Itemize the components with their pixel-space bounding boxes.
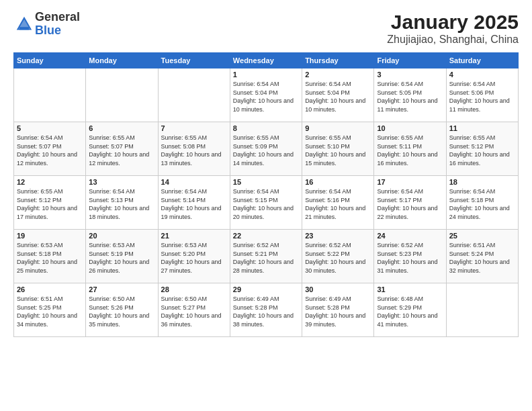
title-block: January 2025 Zhujiajiao, Shanghai, China	[387, 11, 519, 46]
header-row: Sunday Monday Tuesday Wednesday Thursday…	[14, 53, 519, 68]
calendar-cell: 16Sunrise: 6:54 AMSunset: 5:16 PMDayligh…	[302, 176, 374, 230]
day-number: 19	[17, 232, 83, 240]
day-info: Sunrise: 6:55 AMSunset: 5:08 PMDaylight:…	[161, 134, 227, 167]
calendar-cell: 18Sunrise: 6:54 AMSunset: 5:18 PMDayligh…	[446, 176, 518, 230]
day-info: Sunrise: 6:51 AMSunset: 5:25 PMDaylight:…	[17, 295, 83, 328]
logo-blue: Blue	[35, 24, 61, 37]
col-thursday: Thursday	[302, 53, 374, 68]
day-info: Sunrise: 6:55 AMSunset: 5:10 PMDaylight:…	[305, 134, 371, 167]
calendar-cell: 12Sunrise: 6:55 AMSunset: 5:12 PMDayligh…	[14, 176, 86, 230]
logo-text: General Blue	[35, 11, 80, 38]
day-number: 3	[377, 71, 443, 79]
day-number: 21	[161, 232, 227, 240]
calendar-cell: 21Sunrise: 6:53 AMSunset: 5:20 PMDayligh…	[158, 230, 230, 283]
calendar-cell: 25Sunrise: 6:51 AMSunset: 5:24 PMDayligh…	[446, 230, 518, 283]
calendar-cell: 11Sunrise: 6:55 AMSunset: 5:12 PMDayligh…	[446, 122, 518, 176]
day-info: Sunrise: 6:55 AMSunset: 5:07 PMDaylight:…	[89, 134, 154, 167]
day-info: Sunrise: 6:54 AMSunset: 5:04 PMDaylight:…	[233, 80, 299, 113]
calendar-week-3: 12Sunrise: 6:55 AMSunset: 5:12 PMDayligh…	[14, 176, 519, 230]
calendar-cell: 5Sunrise: 6:54 AMSunset: 5:07 PMDaylight…	[14, 122, 86, 176]
day-number: 22	[233, 232, 299, 240]
day-info: Sunrise: 6:55 AMSunset: 5:12 PMDaylight:…	[449, 134, 515, 167]
calendar-cell: 19Sunrise: 6:53 AMSunset: 5:18 PMDayligh…	[14, 230, 86, 283]
day-info: Sunrise: 6:52 AMSunset: 5:21 PMDaylight:…	[233, 241, 299, 275]
day-info: Sunrise: 6:54 AMSunset: 5:18 PMDaylight:…	[449, 187, 515, 221]
calendar-cell	[158, 68, 230, 122]
calendar-cell: 13Sunrise: 6:54 AMSunset: 5:13 PMDayligh…	[86, 176, 158, 230]
day-number: 8	[233, 124, 299, 132]
calendar-cell: 15Sunrise: 6:54 AMSunset: 5:15 PMDayligh…	[230, 176, 302, 230]
day-info: Sunrise: 6:54 AMSunset: 5:07 PMDaylight:…	[17, 134, 83, 167]
day-number: 18	[449, 178, 515, 186]
col-friday: Friday	[374, 53, 446, 68]
logo: General Blue	[13, 11, 80, 38]
calendar-week-1: 1Sunrise: 6:54 AMSunset: 5:04 PMDaylight…	[14, 68, 519, 122]
day-number: 27	[89, 285, 154, 293]
day-number: 10	[377, 124, 443, 132]
calendar-page: General Blue January 2025 Zhujiajiao, Sh…	[0, 0, 532, 411]
calendar-cell: 9Sunrise: 6:55 AMSunset: 5:10 PMDaylight…	[302, 122, 374, 176]
calendar-cell: 30Sunrise: 6:49 AMSunset: 5:28 PMDayligh…	[302, 283, 374, 337]
calendar-week-4: 19Sunrise: 6:53 AMSunset: 5:18 PMDayligh…	[14, 230, 519, 283]
day-info: Sunrise: 6:54 AMSunset: 5:05 PMDaylight:…	[377, 80, 443, 113]
calendar-cell: 26Sunrise: 6:51 AMSunset: 5:25 PMDayligh…	[14, 283, 86, 337]
day-number: 5	[17, 124, 83, 132]
header: General Blue January 2025 Zhujiajiao, Sh…	[13, 11, 519, 46]
day-number: 16	[305, 178, 371, 186]
day-number: 26	[17, 285, 83, 293]
day-number: 20	[89, 232, 154, 240]
col-sunday: Sunday	[14, 53, 86, 68]
day-info: Sunrise: 6:49 AMSunset: 5:28 PMDaylight:…	[233, 295, 299, 328]
col-tuesday: Tuesday	[158, 53, 230, 68]
calendar-cell: 23Sunrise: 6:52 AMSunset: 5:22 PMDayligh…	[302, 230, 374, 283]
calendar-subtitle: Zhujiajiao, Shanghai, China	[387, 34, 519, 46]
calendar-cell: 2Sunrise: 6:54 AMSunset: 5:04 PMDaylight…	[302, 68, 374, 122]
calendar-cell	[86, 68, 158, 122]
col-monday: Monday	[86, 53, 158, 68]
day-number: 9	[305, 124, 371, 132]
svg-rect-2	[19, 27, 29, 30]
calendar-cell: 6Sunrise: 6:55 AMSunset: 5:07 PMDaylight…	[86, 122, 158, 176]
calendar-cell: 7Sunrise: 6:55 AMSunset: 5:08 PMDaylight…	[158, 122, 230, 176]
day-number: 6	[89, 124, 154, 132]
calendar-cell: 24Sunrise: 6:52 AMSunset: 5:23 PMDayligh…	[374, 230, 446, 283]
day-info: Sunrise: 6:54 AMSunset: 5:15 PMDaylight:…	[233, 187, 299, 221]
calendar-cell: 14Sunrise: 6:54 AMSunset: 5:14 PMDayligh…	[158, 176, 230, 230]
day-info: Sunrise: 6:52 AMSunset: 5:22 PMDaylight:…	[305, 241, 371, 275]
calendar-week-2: 5Sunrise: 6:54 AMSunset: 5:07 PMDaylight…	[14, 122, 519, 176]
day-info: Sunrise: 6:54 AMSunset: 5:13 PMDaylight:…	[89, 187, 154, 221]
calendar-cell: 10Sunrise: 6:55 AMSunset: 5:11 PMDayligh…	[374, 122, 446, 176]
calendar-cell: 29Sunrise: 6:49 AMSunset: 5:28 PMDayligh…	[230, 283, 302, 337]
calendar-cell: 4Sunrise: 6:54 AMSunset: 5:06 PMDaylight…	[446, 68, 518, 122]
day-number: 1	[233, 71, 299, 79]
day-number: 24	[377, 232, 443, 240]
day-info: Sunrise: 6:49 AMSunset: 5:28 PMDaylight:…	[305, 295, 371, 328]
day-number: 14	[161, 178, 227, 186]
day-number: 29	[233, 285, 299, 293]
calendar-cell: 8Sunrise: 6:55 AMSunset: 5:09 PMDaylight…	[230, 122, 302, 176]
day-info: Sunrise: 6:54 AMSunset: 5:04 PMDaylight:…	[305, 80, 371, 113]
day-number: 17	[377, 178, 443, 186]
day-number: 30	[305, 285, 371, 293]
day-number: 2	[305, 71, 371, 79]
calendar-cell: 27Sunrise: 6:50 AMSunset: 5:26 PMDayligh…	[86, 283, 158, 337]
day-info: Sunrise: 6:48 AMSunset: 5:29 PMDaylight:…	[377, 295, 443, 328]
day-info: Sunrise: 6:54 AMSunset: 5:06 PMDaylight:…	[449, 80, 515, 113]
day-info: Sunrise: 6:54 AMSunset: 5:17 PMDaylight:…	[377, 187, 443, 221]
calendar-cell: 1Sunrise: 6:54 AMSunset: 5:04 PMDaylight…	[230, 68, 302, 122]
calendar-title: January 2025	[387, 11, 519, 34]
day-info: Sunrise: 6:55 AMSunset: 5:12 PMDaylight:…	[17, 187, 83, 221]
day-info: Sunrise: 6:54 AMSunset: 5:16 PMDaylight:…	[305, 187, 371, 221]
day-info: Sunrise: 6:53 AMSunset: 5:20 PMDaylight:…	[161, 241, 227, 275]
day-info: Sunrise: 6:55 AMSunset: 5:11 PMDaylight:…	[377, 134, 443, 167]
day-info: Sunrise: 6:54 AMSunset: 5:14 PMDaylight:…	[161, 187, 227, 221]
day-number: 13	[89, 178, 154, 186]
day-number: 15	[233, 178, 299, 186]
calendar-week-5: 26Sunrise: 6:51 AMSunset: 5:25 PMDayligh…	[14, 283, 519, 337]
calendar-cell: 17Sunrise: 6:54 AMSunset: 5:17 PMDayligh…	[374, 176, 446, 230]
day-number: 4	[449, 71, 515, 79]
day-info: Sunrise: 6:55 AMSunset: 5:09 PMDaylight:…	[233, 134, 299, 167]
day-number: 11	[449, 124, 515, 132]
logo-icon	[15, 15, 34, 34]
col-saturday: Saturday	[446, 53, 518, 68]
